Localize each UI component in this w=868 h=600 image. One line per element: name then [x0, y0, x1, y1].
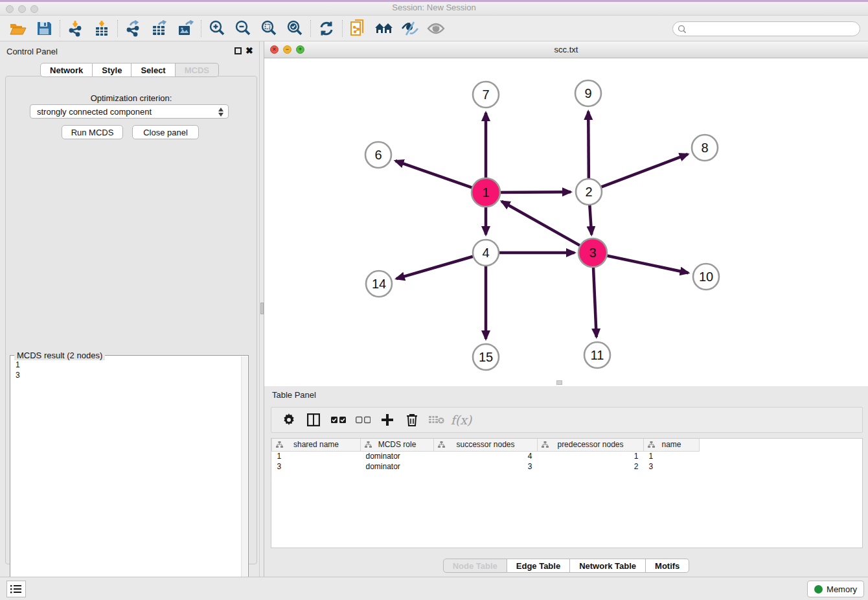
- table-row[interactable]: 3dominator323: [272, 461, 700, 472]
- show-hide-graphics-details-icon[interactable]: [397, 17, 423, 40]
- flatten-icon: [648, 441, 655, 450]
- network-canvas[interactable]: 7968124314101511: [264, 58, 868, 386]
- graph-edges: [395, 111, 688, 339]
- clone-network-icon[interactable]: [345, 17, 371, 40]
- zoom-selected-icon[interactable]: [282, 17, 308, 40]
- select-all-rows-icon[interactable]: [326, 410, 350, 430]
- node-label-6: 6: [374, 148, 382, 162]
- table-row[interactable]: 1dominator411: [272, 451, 700, 461]
- column-header-name[interactable]: name: [644, 439, 700, 451]
- column-header-shared-name[interactable]: shared name: [272, 439, 361, 451]
- mcds-result-group: MCDS result (2 nodes) 13: [10, 355, 249, 599]
- flatten-icon: [276, 441, 283, 450]
- edge-1-2[interactable]: [497, 192, 571, 192]
- column-header-predecessor-nodes[interactable]: predecessor nodes: [538, 439, 644, 451]
- export-table-icon[interactable]: [146, 17, 172, 40]
- column-header-successor-nodes[interactable]: successor nodes: [434, 439, 538, 451]
- edge-4-14[interactable]: [396, 256, 475, 279]
- tab-node-table[interactable]: Node Table: [443, 559, 507, 573]
- table-tabs: Node TableEdge TableNetwork TableMotifs: [264, 559, 868, 575]
- tab-edge-table[interactable]: Edge Table: [507, 559, 570, 573]
- node-label-4: 4: [482, 246, 489, 260]
- table-cell[interactable]: 4: [434, 451, 538, 461]
- float-panel-icon[interactable]: [234, 47, 242, 54]
- tab-select[interactable]: Select: [131, 63, 175, 77]
- node-label-14: 14: [372, 277, 386, 291]
- control-panel-header: Control Panel ✖: [0, 44, 259, 60]
- table-cell[interactable]: 3: [272, 461, 361, 472]
- run-mcds-button[interactable]: Run MCDS: [62, 125, 123, 139]
- edge-2-8[interactable]: [599, 154, 688, 188]
- table-settings-icon[interactable]: [277, 410, 301, 430]
- optimization-criterion-dropdown[interactable]: strongly connected component: [30, 104, 229, 119]
- close-panel-icon[interactable]: ✖: [246, 45, 253, 56]
- table-cell[interactable]: dominator: [361, 461, 434, 472]
- edge-3-10[interactable]: [604, 255, 689, 273]
- toggle-bird-eye-icon[interactable]: [423, 17, 449, 40]
- mcds-tab-content: Optimization criterion: strongly connect…: [5, 76, 257, 564]
- export-network-icon[interactable]: [120, 17, 146, 40]
- tab-mcds[interactable]: MCDS: [176, 63, 219, 77]
- tab-motifs[interactable]: Motifs: [646, 559, 689, 573]
- zoom-fit-icon[interactable]: [256, 17, 282, 40]
- refresh-layout-icon[interactable]: [314, 17, 339, 40]
- edge-3-11[interactable]: [593, 264, 597, 337]
- edge-2-3[interactable]: [589, 203, 591, 235]
- add-column-icon[interactable]: [375, 410, 400, 430]
- result-scrollbar[interactable]: [241, 356, 247, 597]
- app-title: Session: New Session: [0, 3, 868, 12]
- search-input[interactable]: [689, 25, 851, 34]
- table-cell[interactable]: 2: [538, 461, 644, 472]
- node-label-7: 7: [482, 87, 489, 102]
- zoom-out-icon[interactable]: [230, 17, 256, 40]
- open-folder-icon[interactable]: [5, 17, 31, 40]
- table-panel-title: Table Panel: [272, 390, 316, 400]
- search-box[interactable]: [672, 21, 860, 36]
- save-session-icon[interactable]: [31, 17, 57, 40]
- deselect-all-rows-icon[interactable]: [350, 410, 375, 430]
- tab-network-table[interactable]: Network Table: [570, 559, 646, 573]
- status-bar: Memory: [0, 577, 868, 600]
- import-table-icon[interactable]: [89, 17, 115, 40]
- edge-1-6[interactable]: [395, 161, 475, 189]
- table-cell[interactable]: 1: [644, 451, 700, 461]
- edge-2-9[interactable]: [588, 111, 589, 181]
- export-image-icon[interactable]: [172, 17, 198, 40]
- node-label-10: 10: [699, 270, 713, 284]
- flatten-icon: [365, 441, 372, 450]
- panel-splitter[interactable]: [259, 41, 264, 577]
- mcds-result-title: MCDS result (2 nodes): [14, 351, 105, 360]
- tab-style[interactable]: Style: [93, 63, 131, 77]
- canvas-scroll-grip[interactable]: [556, 380, 562, 385]
- table-cell[interactable]: 1: [272, 451, 361, 461]
- function-builder-icon[interactable]: f(x): [449, 410, 474, 430]
- memory-label: Memory: [827, 584, 857, 594]
- zoom-in-icon[interactable]: [204, 17, 230, 40]
- table-cell[interactable]: 1: [538, 451, 644, 461]
- main-toolbar: [0, 16, 868, 41]
- table-cell[interactable]: 3: [644, 461, 700, 472]
- delete-table-icon[interactable]: [424, 410, 449, 430]
- delete-columns-icon[interactable]: [400, 410, 424, 430]
- node-label-9: 9: [584, 86, 591, 100]
- close-panel-button[interactable]: Close panel: [132, 125, 199, 139]
- node-label-15: 15: [479, 350, 493, 364]
- table-cell[interactable]: 3: [434, 461, 538, 472]
- node-label-8: 8: [701, 141, 708, 155]
- tab-network[interactable]: Network: [40, 63, 93, 77]
- session-home-icon[interactable]: [371, 17, 397, 40]
- edge-3-1[interactable]: [501, 202, 583, 248]
- import-network-icon[interactable]: [63, 17, 89, 40]
- memory-status-icon: [814, 585, 823, 594]
- splitter-grip[interactable]: [260, 303, 264, 314]
- node-table[interactable]: shared nameMCDS rolesuccessor nodesprede…: [271, 438, 863, 548]
- column-header-MCDS-role[interactable]: MCDS role: [361, 439, 434, 451]
- table-cell[interactable]: dominator: [361, 451, 434, 461]
- result-item: 3: [16, 370, 20, 380]
- memory-button[interactable]: Memory: [807, 581, 864, 597]
- app-titlebar: Session: New Session: [0, 0, 868, 16]
- column-layout-icon[interactable]: [301, 410, 326, 430]
- dropdown-value: strongly connected component: [37, 107, 152, 117]
- node-label-3: 3: [589, 246, 596, 260]
- task-history-button[interactable]: [6, 581, 26, 597]
